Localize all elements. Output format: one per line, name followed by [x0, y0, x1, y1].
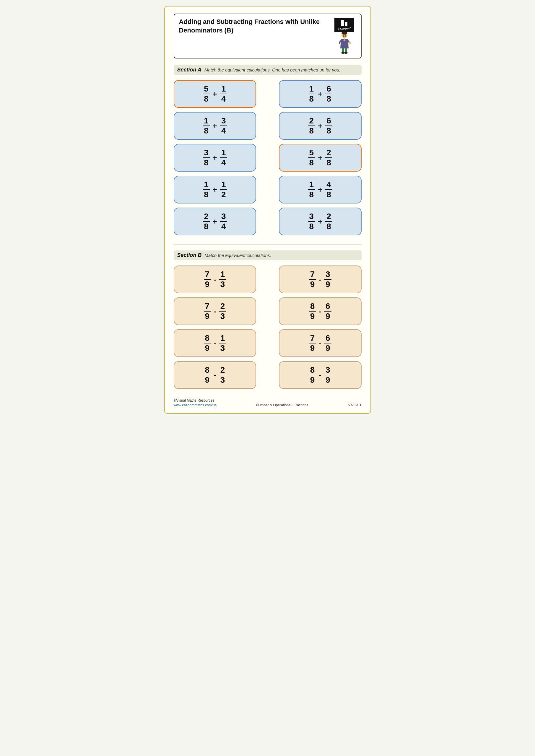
- fraction-box: 79-39: [279, 265, 362, 293]
- operator-symbol: +: [318, 217, 322, 226]
- denominator: 9: [324, 311, 331, 320]
- operator-symbol: -: [319, 339, 322, 348]
- numerator: 2: [203, 212, 210, 222]
- fraction-right: 12: [220, 180, 227, 199]
- denominator: 8: [308, 158, 315, 167]
- fraction-left: 79: [204, 302, 211, 320]
- numerator: 1: [308, 180, 315, 190]
- numerator: 2: [325, 148, 332, 158]
- denominator: 8: [308, 190, 315, 199]
- numerator: 1: [219, 270, 226, 280]
- fraction-left: 28: [203, 212, 210, 230]
- fraction-right: 23: [219, 366, 226, 384]
- denominator: 9: [309, 280, 316, 288]
- numerator: 6: [324, 334, 331, 343]
- operator-symbol: +: [213, 122, 217, 130]
- cazoom-logo: cazoom!: [334, 18, 354, 32]
- numerator: 2: [219, 366, 226, 375]
- footer-center: Number & Operations - Fractions: [256, 403, 308, 407]
- operator-symbol: +: [213, 185, 217, 194]
- denominator: 8: [203, 222, 210, 230]
- cazoom-text: cazoom!: [338, 27, 351, 30]
- numerator: 5: [203, 85, 210, 94]
- numerator: 7: [204, 302, 211, 311]
- cazoom-logo-icon: [341, 20, 348, 26]
- section-b-right-column: 79-3989-6979-6989-39: [279, 265, 362, 389]
- denominator: 2: [220, 190, 227, 199]
- fraction-box: 58+28: [279, 144, 362, 172]
- fraction-box: 89-23: [174, 361, 256, 389]
- numerator: 7: [309, 334, 316, 343]
- section-b-label: Section B: [177, 252, 202, 258]
- svg-point-3: [345, 35, 346, 36]
- fraction-right: 68: [325, 117, 332, 135]
- numerator: 6: [325, 117, 332, 126]
- fraction-box: 79-13: [174, 265, 256, 293]
- denominator: 8: [203, 94, 210, 103]
- fraction-left: 89: [309, 302, 316, 320]
- fraction-box: 18+34: [174, 112, 256, 140]
- numerator: 1: [203, 180, 210, 190]
- denominator: 9: [309, 343, 316, 352]
- numerator: 5: [308, 148, 315, 158]
- operator-symbol: -: [319, 371, 322, 380]
- operator-symbol: -: [319, 275, 322, 284]
- denominator: 9: [324, 375, 331, 384]
- numerator: 7: [309, 270, 316, 280]
- numerator: 1: [220, 180, 227, 190]
- numerator: 4: [325, 180, 332, 190]
- operator-symbol: +: [318, 122, 322, 130]
- section-a-matching: 58+1418+3438+1418+1228+34 18+6828+6858+2…: [174, 80, 362, 235]
- operator-symbol: +: [213, 217, 217, 226]
- fraction-left: 18: [203, 180, 210, 199]
- fraction-left: 28: [308, 117, 315, 135]
- section-a-header: Section A Match the equivalent calculati…: [174, 65, 362, 75]
- fraction-box: 28+34: [174, 208, 256, 235]
- numerator: 6: [325, 85, 332, 94]
- numerator: 7: [204, 270, 211, 280]
- operator-symbol: +: [318, 153, 322, 162]
- denominator: 9: [204, 343, 211, 352]
- operator-symbol: +: [213, 153, 217, 162]
- denominator: 4: [220, 94, 227, 103]
- denominator: 3: [219, 280, 226, 288]
- fraction-right: 39: [324, 366, 331, 384]
- fraction-right: 13: [219, 334, 226, 352]
- fraction-box: 79-69: [279, 329, 362, 357]
- numerator: 1: [220, 85, 227, 94]
- svg-point-12: [344, 52, 348, 54]
- numerator: 3: [308, 212, 315, 222]
- fraction-left: 79: [309, 334, 316, 352]
- numerator: 1: [220, 148, 227, 158]
- denominator: 9: [324, 343, 331, 352]
- fraction-left: 58: [203, 85, 210, 103]
- section-b-matching: 79-1379-2389-1389-23 79-3989-6979-6989-3…: [174, 265, 362, 390]
- fraction-right: 13: [219, 270, 226, 288]
- operator-symbol: -: [319, 307, 322, 316]
- section-a-right-column: 18+6828+6858+2818+4838+28: [279, 80, 362, 235]
- numerator: 3: [324, 366, 331, 375]
- denominator: 8: [308, 94, 315, 103]
- fraction-box: 38+14: [174, 144, 256, 172]
- footer-link[interactable]: www.cazoommaths.com/us: [174, 403, 216, 407]
- fraction-box: 89-13: [174, 329, 256, 357]
- numerator: 1: [203, 117, 210, 126]
- fraction-left: 89: [204, 334, 211, 352]
- denominator: 9: [309, 311, 316, 320]
- denominator: 9: [324, 280, 331, 288]
- numerator: 2: [219, 302, 226, 311]
- numerator: 2: [325, 212, 332, 222]
- denominator: 9: [204, 280, 211, 288]
- denominator: 8: [308, 222, 315, 230]
- section-b-instruction: Match the equivalent calculations.: [205, 253, 271, 258]
- fraction-box: 18+12: [174, 176, 256, 203]
- header-logo: cazoom!: [333, 18, 356, 54]
- numerator: 8: [309, 366, 316, 375]
- fraction-right: 23: [219, 302, 226, 320]
- page: Adding and Subtracting Fractions with Un…: [164, 6, 371, 414]
- denominator: 9: [204, 375, 211, 384]
- fraction-left: 38: [203, 148, 210, 167]
- fraction-right: 34: [220, 117, 227, 135]
- fraction-right: 39: [324, 270, 331, 288]
- denominator: 8: [325, 94, 332, 103]
